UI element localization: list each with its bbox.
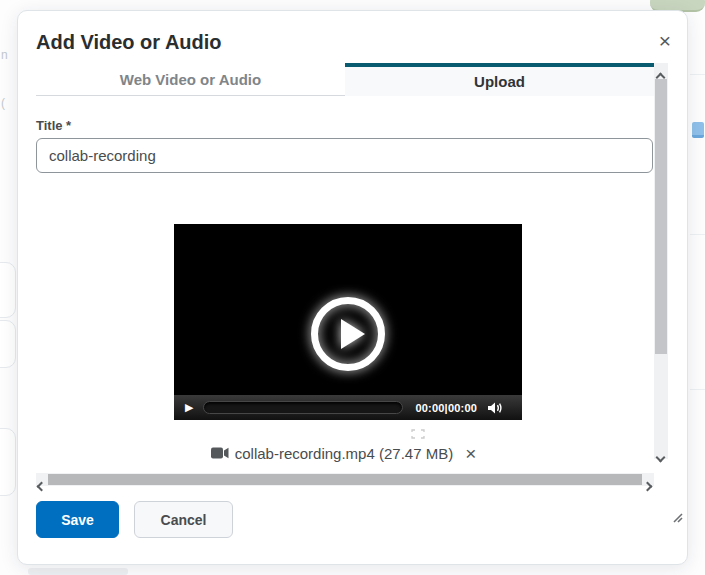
speaker-icon: [487, 401, 504, 415]
media-resize-handle[interactable]: [411, 425, 425, 435]
tab-label: Upload: [474, 73, 525, 90]
time-display: 00:00|00:00: [415, 402, 477, 414]
remove-icon: ×: [465, 443, 476, 464]
tab-label: Web Video or Audio: [120, 71, 261, 88]
background-divider-fragment: [690, 389, 705, 390]
attachment-row: collab-recording.mp4 (27.47 MB) ×: [36, 441, 653, 465]
title-field-label: Title *: [36, 118, 71, 133]
play-control-icon[interactable]: ▶: [185, 402, 193, 413]
tab-web-video-or-audio[interactable]: Web Video or Audio: [36, 63, 345, 96]
background-divider-fragment: [690, 74, 705, 75]
background-panel-fragment: [0, 262, 16, 318]
tab-bar: Web Video or Audio Upload: [36, 63, 654, 96]
play-icon: [341, 319, 365, 349]
scroll-left-button[interactable]: [38, 476, 46, 484]
chevron-right-icon: [643, 482, 653, 492]
title-input[interactable]: [36, 138, 653, 173]
scroll-down-button[interactable]: [657, 447, 665, 455]
video-player[interactable]: ▶ 00:00|00:00: [174, 224, 522, 420]
background-divider-fragment: [690, 234, 705, 235]
play-button[interactable]: [311, 297, 385, 371]
vertical-scrollbar-thumb[interactable]: [655, 79, 667, 354]
volume-button[interactable]: [487, 401, 504, 415]
chevron-left-icon: [37, 482, 47, 492]
close-icon: ×: [659, 29, 671, 52]
scroll-right-button[interactable]: [644, 476, 652, 484]
background-divider-fragment: [28, 568, 128, 575]
background-panel-fragment: [0, 320, 16, 368]
vertical-scrollbar[interactable]: [654, 63, 668, 459]
seek-bar[interactable]: [203, 401, 403, 414]
save-button[interactable]: Save: [36, 501, 119, 538]
attachment-file-label: collab-recording.mp4 (27.47 MB): [235, 445, 453, 462]
tab-upload[interactable]: Upload: [345, 63, 654, 96]
horizontal-scrollbar[interactable]: [36, 473, 654, 486]
dialog-title: Add Video or Audio: [36, 31, 222, 54]
remove-attachment-button[interactable]: ×: [463, 444, 478, 463]
background-panel-fragment: [0, 428, 16, 496]
close-button[interactable]: ×: [651, 27, 679, 55]
background-icon-fragment: [692, 122, 704, 138]
chevron-down-icon: [656, 453, 666, 463]
background-text-fragment: n: [1, 48, 8, 62]
add-video-or-audio-dialog: Add Video or Audio × Web Video or Audio …: [17, 10, 688, 565]
dialog-resize-handle[interactable]: [667, 507, 685, 525]
background-text-fragment: (: [1, 96, 5, 110]
video-control-bar: ▶ 00:00|00:00: [174, 395, 522, 420]
horizontal-scrollbar-thumb[interactable]: [48, 474, 642, 485]
cancel-button[interactable]: Cancel: [134, 501, 233, 538]
page-background: n ( Add Video or Audio × Web Video or Au…: [0, 0, 705, 575]
scroll-up-button[interactable]: [657, 67, 665, 75]
video-camera-icon: [211, 447, 229, 459]
